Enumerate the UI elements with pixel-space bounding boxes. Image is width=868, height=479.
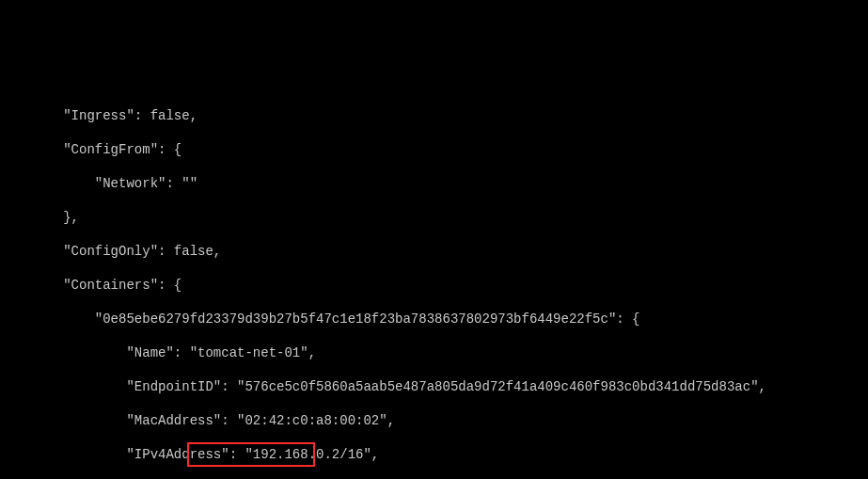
json-line: }, xyxy=(0,209,868,226)
terminal-output[interactable]: "Ingress": false, "ConfigFrom": { "Netwo… xyxy=(0,85,868,479)
json-line: "Containers": { xyxy=(0,277,868,294)
json-line: "IPv4Address": "192.168.0.2/16", xyxy=(0,446,868,463)
json-line: "ConfigFrom": { xyxy=(0,141,868,158)
json-line: "EndpointID": "576ce5c0f5860a5aab5e487a8… xyxy=(0,378,868,395)
json-line: "Name": "tomcat-net-01", xyxy=(0,344,868,361)
json-line: "MacAddress": "02:42:c0:a8:00:02", xyxy=(0,412,868,429)
json-line: "0e85ebe6279fd23379d39b27b5f47c1e18f23ba… xyxy=(0,311,868,327)
json-line: "ConfigOnly": false, xyxy=(0,243,868,260)
json-line: "Network": "" xyxy=(0,175,868,192)
json-line: "Ingress": false, xyxy=(0,107,868,124)
